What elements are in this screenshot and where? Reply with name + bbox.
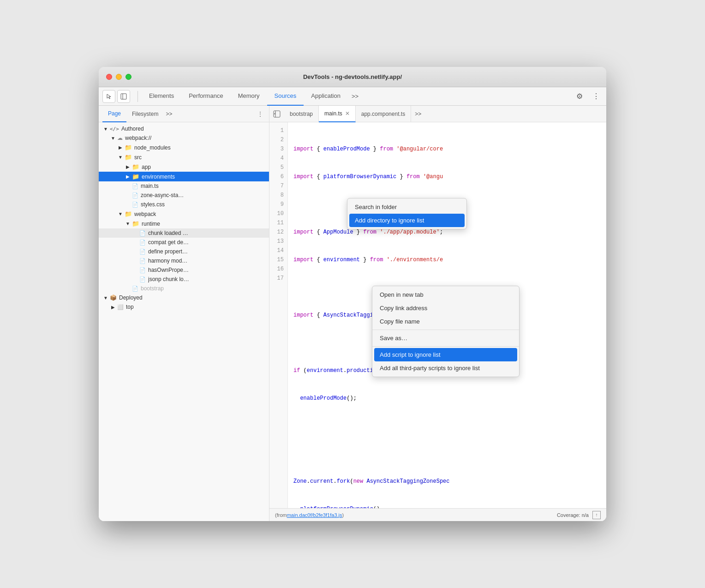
close-button[interactable] <box>106 74 112 80</box>
settings-button[interactable]: ⚙ <box>573 90 586 103</box>
editor-back-button[interactable] <box>271 108 282 120</box>
tree-chunk-loaded[interactable]: 📄 chunk loaded … <box>99 228 269 238</box>
ctx-copy-file-name[interactable]: Copy file name <box>372 315 519 328</box>
folder-icon-src: 📁 <box>125 154 132 161</box>
bottom-bar: (from main.dac0f/b2fe3f1fa3.js ) Coverag… <box>269 508 606 521</box>
coverage-badge: Coverage: n/a <box>557 512 589 518</box>
tree-compat-get[interactable]: 📄 compat get de… <box>99 238 269 247</box>
bottom-right: Coverage: n/a ↑ <box>557 511 601 519</box>
tree-app[interactable]: 📁 app <box>99 162 269 172</box>
tab-sources[interactable]: Sources <box>267 87 304 106</box>
menu-button[interactable]: ⋮ <box>590 90 603 103</box>
ctx-add-dir-ignore[interactable]: Add directory to ignore list <box>349 214 465 227</box>
tree-jsonp-chunk[interactable]: 📄 jsonp chunk lo… <box>99 275 269 284</box>
file-icon-chunk-loaded: 📄 <box>139 230 146 236</box>
file-icon-define-prop: 📄 <box>139 249 146 255</box>
ctx-save-as[interactable]: Save as… <box>372 331 519 345</box>
arrow-top <box>110 304 116 310</box>
ctx-separator <box>372 330 519 330</box>
main-toolbar: Elements Performance Memory Sources Appl… <box>99 87 606 106</box>
tree-runtime[interactable]: 📁 runtime <box>99 219 269 228</box>
tab-page[interactable]: Page <box>102 106 126 122</box>
arrow-webpack-root <box>110 135 116 141</box>
tab-performance[interactable]: Performance <box>181 87 230 106</box>
tree-webpack-root[interactable]: ☁ webpack:// <box>99 133 269 143</box>
titlebar: DevTools - ng-devtools.netlify.app/ <box>99 67 606 87</box>
tab-application[interactable]: Application <box>304 87 348 106</box>
ctx-copy-link[interactable]: Copy link address <box>372 301 519 315</box>
panel-tabs-more[interactable]: >> <box>166 111 172 117</box>
tree-webpack-folder[interactable]: 📁 webpack <box>99 209 269 219</box>
panel-action-menu[interactable]: ⋮ <box>255 109 265 119</box>
main-nav-tabs: Elements Performance Memory Sources Appl… <box>142 87 569 106</box>
tree-main-ts[interactable]: 📄 main.ts <box>99 181 269 191</box>
arrow-app <box>125 164 131 170</box>
tree-define-prop[interactable]: 📄 define propert… <box>99 247 269 256</box>
tree-harmony-mod[interactable]: 📄 harmony mod… <box>99 256 269 265</box>
tree-zone-async[interactable]: 📄 zone-async-sta… <box>99 191 269 200</box>
file-icon-has-own: 📄 <box>139 267 146 273</box>
left-panel: Page Filesystem >> ⋮ </> Authored <box>99 106 269 521</box>
arrow-runtime <box>125 221 131 227</box>
file-icon-compat-get: 📄 <box>139 240 146 246</box>
tree-has-own-prop[interactable]: 📄 hasOwnPrope… <box>99 265 269 275</box>
file-icon-zone-async: 📄 <box>132 192 138 198</box>
file-icon-harmony-mod: 📄 <box>139 258 146 264</box>
ctx-open-new-tab[interactable]: Open in new tab <box>372 288 519 301</box>
toolbar-separator <box>137 91 138 102</box>
line-numbers: 1 2 3 4 5 6 7 8 9 10 11 12 13 14 15 16 1 <box>269 122 288 508</box>
folder-icon-app: 📁 <box>132 163 139 170</box>
tree-environments[interactable]: 📁 environments <box>99 172 269 181</box>
panel-tabs-bar: Page Filesystem >> ⋮ <box>99 106 269 122</box>
ctx-add-script-ignore[interactable]: Add script to ignore list <box>374 348 517 361</box>
window-title: DevTools - ng-devtools.netlify.app/ <box>303 73 402 80</box>
ctx-add-all-third-party[interactable]: Add all third-party scripts to ignore li… <box>372 361 519 375</box>
traffic-lights <box>106 74 131 80</box>
tree-node-modules[interactable]: 📁 node_modules <box>99 143 269 152</box>
minimize-button[interactable] <box>116 74 122 80</box>
arrow-src <box>117 154 124 161</box>
context-menu-chunk-loaded: Open in new tab Copy link address Copy f… <box>372 286 520 377</box>
editor-tab-bootstrap[interactable]: bootstrap <box>284 106 319 122</box>
tree-src[interactable]: 📁 src <box>99 152 269 162</box>
tab-memory[interactable]: Memory <box>231 87 267 106</box>
tab-elements[interactable]: Elements <box>142 87 181 106</box>
panel-tab-actions: ⋮ <box>255 109 265 119</box>
main-content: Page Filesystem >> ⋮ </> Authored <box>99 106 606 521</box>
editor-tab-app-component[interactable]: app.component.ts <box>356 106 411 122</box>
tree-deployed[interactable]: 📦 Deployed <box>99 293 269 302</box>
file-icon-styles-css: 📄 <box>132 202 138 208</box>
editor-tab-close[interactable]: ✕ <box>345 111 350 116</box>
toolbar-nav-icons <box>102 90 130 103</box>
arrow-webpack-folder <box>117 211 124 217</box>
file-tree: </> Authored ☁ webpack:// 📁 node_modul <box>99 122 269 521</box>
context-menu-environments: Search in folder Add directory to ignore… <box>347 198 467 229</box>
arrow-authored <box>102 126 109 132</box>
ctx-search-folder[interactable]: Search in folder <box>347 200 466 214</box>
file-icon-jsonp-chunk: 📄 <box>139 276 146 282</box>
maximize-button[interactable] <box>125 74 131 80</box>
more-tabs-button[interactable]: >> <box>348 93 362 100</box>
dock-icon[interactable] <box>117 90 130 103</box>
tree-top[interactable]: ⬜ top <box>99 302 269 312</box>
tab-filesystem[interactable]: Filesystem <box>126 106 164 122</box>
folder-icon-node-modules: 📁 <box>125 144 132 151</box>
source-link[interactable]: main.dac0f/b2fe3f1fa3.js <box>287 512 342 518</box>
tree-bootstrap-file[interactable]: 📄 bootstrap <box>99 284 269 293</box>
editor-tab-main-ts[interactable]: main.ts ✕ <box>319 106 356 122</box>
editor-tabs-more[interactable]: >> <box>411 111 425 117</box>
folder-icon-runtime: 📁 <box>132 220 139 227</box>
folder-icon-environments: 📁 <box>132 173 139 180</box>
cursor-icon[interactable] <box>102 90 115 103</box>
devtools-window: DevTools - ng-devtools.netlify.app/ Elem… <box>99 67 606 521</box>
coverage-icon[interactable]: ↑ <box>592 511 601 519</box>
tree-authored[interactable]: </> Authored <box>99 124 269 133</box>
right-panel: bootstrap main.ts ✕ app.component.ts >> … <box>269 106 606 521</box>
file-icon-bootstrap: 📄 <box>132 286 138 292</box>
ctx-separator-2 <box>372 346 519 347</box>
svg-rect-0 <box>121 94 126 99</box>
arrow-node-modules <box>117 144 124 151</box>
arrow-deployed <box>102 294 109 301</box>
toolbar-right-actions: ⚙ ⋮ <box>573 90 603 103</box>
tree-styles-css[interactable]: 📄 styles.css <box>99 200 269 209</box>
